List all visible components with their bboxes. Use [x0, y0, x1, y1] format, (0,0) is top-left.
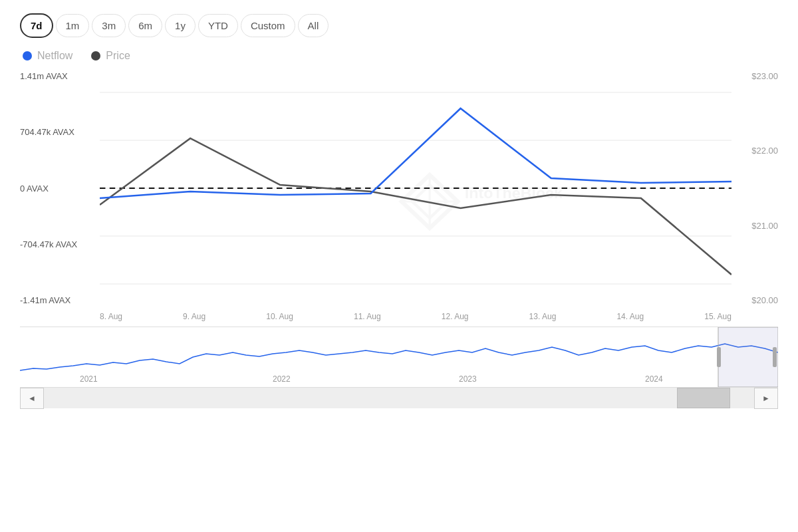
x-label-5: 13. Aug [529, 312, 557, 321]
y-label-right-2: $21.00 [732, 221, 778, 231]
navigator-handle-left[interactable] [717, 347, 721, 367]
netflow-dot [23, 51, 32, 61]
y-label-left-2: 0 AVAX [20, 184, 100, 194]
scroll-right-btn[interactable]: ► [754, 388, 778, 409]
legend-netflow: Netflow [23, 50, 72, 62]
y-label-right-0: $23.00 [732, 71, 778, 81]
time-btn-custom[interactable]: Custom [241, 14, 295, 37]
navigator-svg: 2021 2022 2023 2024 [20, 327, 778, 387]
time-btn-ytd[interactable]: YTD [198, 14, 238, 37]
legend-price-label: Price [106, 50, 130, 62]
navigator-line [20, 344, 778, 370]
x-label-0: 8. Aug [100, 312, 122, 321]
nav-year-2022: 2022 [273, 374, 291, 384]
navigator: 2021 2022 2023 2024 ◄ ► [20, 327, 778, 408]
nav-year-2023: 2023 [459, 374, 477, 384]
x-axis: 8. Aug9. Aug10. Aug11. Aug12. Aug13. Aug… [100, 308, 732, 327]
time-btn-1y[interactable]: 1y [165, 14, 196, 37]
price-dot [91, 51, 100, 61]
navigator-svg-container: 2021 2022 2023 2024 [20, 327, 778, 387]
x-label-7: 15. Aug [704, 312, 732, 321]
y-label-left-4: -1.41m AVAX [20, 295, 100, 305]
y-axis-right: $23.00$22.00$21.00$20.00 [732, 68, 778, 308]
scroll-track[interactable] [44, 388, 754, 408]
main-chart: 1.41m AVAX704.47k AVAX0 AVAX-704.47k AVA… [20, 68, 778, 308]
y-axis-left: 1.41m AVAX704.47k AVAX0 AVAX-704.47k AVA… [20, 68, 100, 308]
time-btn-3m[interactable]: 3m [92, 14, 126, 37]
x-label-2: 10. Aug [266, 312, 293, 321]
x-label-1: 9. Aug [183, 312, 205, 321]
y-label-right-1: $22.00 [732, 146, 778, 156]
y-label-left-3: -704.47k AVAX [20, 239, 100, 249]
scroll-thumb[interactable] [677, 388, 730, 408]
legend-price: Price [91, 50, 130, 62]
time-btn-1m[interactable]: 1m [56, 14, 90, 37]
time-btn-6m[interactable]: 6m [128, 14, 162, 37]
x-label-4: 12. Aug [442, 312, 469, 321]
y-label-left-0: 1.41m AVAX [20, 71, 100, 81]
legend-netflow-label: Netflow [37, 50, 72, 62]
navigator-scroll: ◄ ► [20, 387, 778, 408]
watermark-svg [402, 175, 458, 228]
scroll-left-btn[interactable]: ◄ [20, 388, 44, 409]
nav-year-2021: 2021 [80, 374, 98, 384]
time-range-bar: 7d1m3m6m1yYTDCustomAll [20, 13, 778, 38]
legend: Netflow Price [20, 50, 778, 62]
watermark-text: IntoTheBlock [465, 186, 563, 201]
main-chart-svg: IntoTheBlock [100, 68, 732, 308]
chart-svg-container: IntoTheBlock [100, 68, 732, 308]
navigator-handle-right[interactable] [773, 347, 777, 367]
y-label-left-1: 704.47k AVAX [20, 127, 100, 137]
nav-year-2024: 2024 [645, 374, 663, 384]
navigator-window[interactable] [718, 327, 778, 387]
main-container: 7d1m3m6m1yYTDCustomAll Netflow Price 1.4… [0, 0, 798, 532]
netflow-line [100, 108, 732, 198]
time-btn-all[interactable]: All [298, 14, 329, 37]
x-label-6: 14. Aug [616, 312, 644, 321]
time-btn-7d[interactable]: 7d [20, 13, 53, 38]
y-label-right-3: $20.00 [732, 295, 778, 305]
x-label-3: 11. Aug [354, 312, 381, 321]
